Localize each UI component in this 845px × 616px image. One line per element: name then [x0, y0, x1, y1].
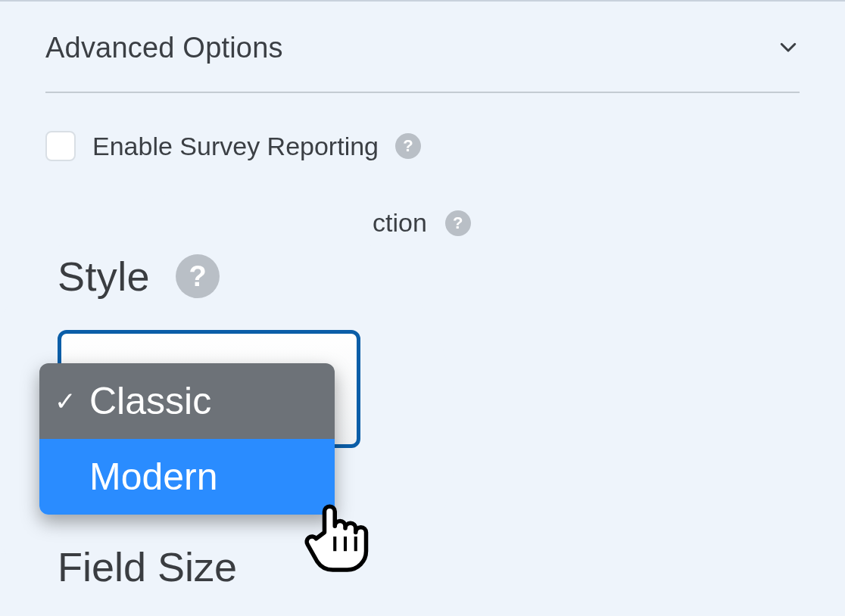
dropdown-option-classic[interactable]: ✓ Classic [39, 363, 335, 439]
field-size-label: Field Size [58, 543, 237, 590]
dropdown-option-label: Classic [89, 379, 211, 423]
advanced-options-header[interactable]: Advanced Options [45, 24, 800, 92]
chevron-down-icon [777, 36, 800, 61]
option-row-survey: Enable Survey Reporting ? [45, 131, 800, 161]
magnifier-bubble: Style ? ✓ Classic ✓ Modern Field Size [0, 189, 457, 616]
style-label: Style [58, 253, 150, 300]
partial-label-fragment: ction [373, 208, 427, 238]
style-dropdown: ✓ Classic ✓ Modern [39, 363, 335, 515]
survey-label: Enable Survey Reporting [92, 132, 379, 161]
divider [45, 92, 800, 93]
dropdown-option-modern[interactable]: ✓ Modern [39, 439, 335, 515]
help-icon[interactable]: ? [445, 210, 471, 236]
help-icon[interactable]: ? [176, 254, 220, 298]
help-icon[interactable]: ? [395, 133, 421, 159]
dropdown-option-label: Modern [89, 455, 218, 499]
survey-checkbox[interactable] [45, 131, 76, 161]
section-title: Advanced Options [45, 32, 283, 64]
check-icon: ✓ [55, 386, 76, 416]
